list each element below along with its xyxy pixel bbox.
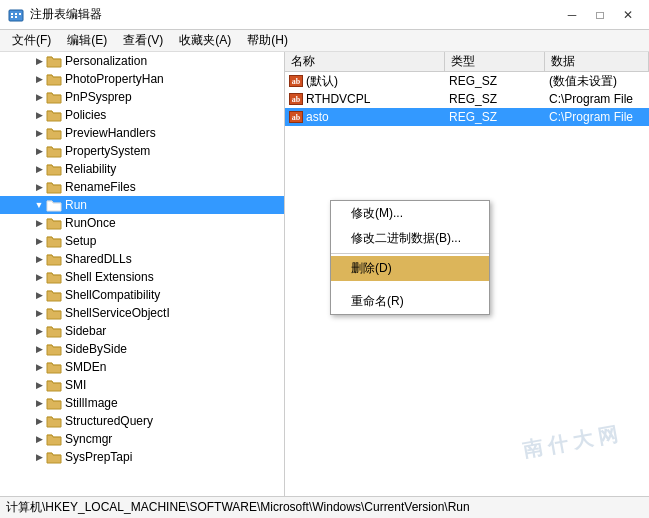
window-controls: ─ □ ✕ [559, 4, 641, 26]
tree-arrow-icon[interactable]: ▶ [32, 288, 46, 302]
tree-item-label: PropertySystem [65, 144, 150, 158]
svg-rect-2 [15, 13, 17, 15]
tree-item[interactable]: ▶ Shell Extensions [0, 268, 284, 286]
tree-arrow-icon[interactable]: ▶ [32, 162, 46, 176]
tree-arrow-icon[interactable]: ▶ [32, 126, 46, 140]
main-content: ▶ Personalization▶ PhotoPropertyHan▶ PnP… [0, 52, 649, 496]
minimize-button[interactable]: ─ [559, 4, 585, 26]
tree-item[interactable]: ▶ PropertySystem [0, 142, 284, 160]
tree-arrow-icon[interactable]: ▶ [32, 414, 46, 428]
title-bar: 注册表编辑器 ─ □ ✕ [0, 0, 649, 30]
tree-item-label: SMDEn [65, 360, 106, 374]
cell-type: REG_SZ [445, 92, 545, 106]
tree-panel: ▶ Personalization▶ PhotoPropertyHan▶ PnP… [0, 52, 285, 496]
context-menu-item[interactable]: 修改(M)... [331, 201, 489, 226]
tree-item-label: StillImage [65, 396, 118, 410]
tree-arrow-icon[interactable]: ▶ [32, 144, 46, 158]
tree-arrow-icon[interactable]: ▶ [32, 270, 46, 284]
svg-rect-1 [11, 13, 13, 15]
table-header: 名称 类型 数据 [285, 52, 649, 72]
tree-item[interactable]: ▶ SMDEn [0, 358, 284, 376]
tree-arrow-icon[interactable]: ▶ [32, 252, 46, 266]
context-menu-item[interactable] [331, 281, 489, 289]
tree-item-label: Syncmgr [65, 432, 112, 446]
tree-arrow-icon[interactable]: ▶ [32, 432, 46, 446]
tree-item-label: SMI [65, 378, 86, 392]
tree-item[interactable]: ▶ ShellServiceObjectI [0, 304, 284, 322]
svg-rect-4 [11, 16, 13, 18]
tree-item[interactable]: ▶ Syncmgr [0, 430, 284, 448]
tree-arrow-icon[interactable]: ▶ [32, 216, 46, 230]
close-button[interactable]: ✕ [615, 4, 641, 26]
tree-arrow-icon[interactable]: ▶ [32, 450, 46, 464]
tree-arrow-icon[interactable]: ▼ [32, 198, 46, 212]
tree-item-label: RenameFiles [65, 180, 136, 194]
tree-item[interactable]: ▶ Reliability [0, 160, 284, 178]
tree-arrow-icon[interactable]: ▶ [32, 342, 46, 356]
tree-arrow-icon[interactable]: ▶ [32, 54, 46, 68]
menu-item[interactable]: 查看(V) [115, 30, 171, 51]
reg-value-icon: ab [289, 93, 303, 105]
tree-item-label: StructuredQuery [65, 414, 153, 428]
cell-type: REG_SZ [445, 74, 545, 88]
menu-item[interactable]: 文件(F) [4, 30, 59, 51]
status-bar: 计算机\HKEY_LOCAL_MACHINE\SOFTWARE\Microsof… [0, 496, 649, 518]
tree-item[interactable]: ▶ PhotoPropertyHan [0, 70, 284, 88]
context-menu-item[interactable]: 修改二进制数据(B)... [331, 226, 489, 251]
menu-separator [331, 253, 489, 254]
tree-item[interactable]: ▼ Run [0, 196, 284, 214]
tree-item-label: Sidebar [65, 324, 106, 338]
col-type: 类型 [445, 52, 545, 71]
menu-item[interactable]: 编辑(E) [59, 30, 115, 51]
cell-name: ab(默认) [285, 73, 445, 90]
tree-arrow-icon[interactable]: ▶ [32, 306, 46, 320]
tree-item[interactable]: ▶ ShellCompatibility [0, 286, 284, 304]
context-menu-item[interactable]: 删除(D) [331, 256, 489, 281]
tree-scroll[interactable]: ▶ Personalization▶ PhotoPropertyHan▶ PnP… [0, 52, 284, 496]
tree-item-label: SharedDLLs [65, 252, 132, 266]
tree-item[interactable]: ▶ RenameFiles [0, 178, 284, 196]
tree-item[interactable]: ▶ Policies [0, 106, 284, 124]
table-row[interactable]: abRTHDVCPLREG_SZC:\Program File [285, 90, 649, 108]
tree-item[interactable]: ▶ SMI [0, 376, 284, 394]
tree-arrow-icon[interactable]: ▶ [32, 180, 46, 194]
tree-item[interactable]: ▶ Personalization [0, 52, 284, 70]
value-name: (默认) [306, 73, 338, 90]
tree-item-label: PhotoPropertyHan [65, 72, 164, 86]
table-row[interactable]: abastoREG_SZC:\Program File [285, 108, 649, 126]
value-name: asto [306, 110, 329, 124]
maximize-button[interactable]: □ [587, 4, 613, 26]
tree-item[interactable]: ▶ StructuredQuery [0, 412, 284, 430]
window-icon [8, 7, 24, 23]
table-row[interactable]: ab(默认)REG_SZ(数值未设置) [285, 72, 649, 90]
tree-arrow-icon[interactable]: ▶ [32, 360, 46, 374]
menu-item[interactable]: 收藏夹(A) [171, 30, 239, 51]
tree-arrow-icon[interactable]: ▶ [32, 324, 46, 338]
cell-data: C:\Program File [545, 110, 649, 124]
tree-item[interactable]: ▶ SharedDLLs [0, 250, 284, 268]
cell-type: REG_SZ [445, 110, 545, 124]
tree-arrow-icon[interactable]: ▶ [32, 90, 46, 104]
context-menu-item[interactable]: 重命名(R) [331, 289, 489, 314]
tree-item[interactable]: ▶ Sidebar [0, 322, 284, 340]
tree-arrow-icon[interactable]: ▶ [32, 378, 46, 392]
tree-item[interactable]: ▶ SysPrepTapi [0, 448, 284, 466]
tree-item-label: RunOnce [65, 216, 116, 230]
tree-arrow-icon[interactable]: ▶ [32, 234, 46, 248]
tree-item[interactable]: ▶ PnPSysprep [0, 88, 284, 106]
tree-item-label: Setup [65, 234, 96, 248]
col-name: 名称 [285, 52, 445, 71]
tree-item[interactable]: ▶ PreviewHandlers [0, 124, 284, 142]
tree-item[interactable]: ▶ RunOnce [0, 214, 284, 232]
tree-arrow-icon[interactable]: ▶ [32, 108, 46, 122]
tree-item[interactable]: ▶ SideBySide [0, 340, 284, 358]
menu-item[interactable]: 帮助(H) [239, 30, 296, 51]
context-menu: 修改(M)...修改二进制数据(B)...删除(D)重命名(R) [330, 200, 490, 315]
tree-arrow-icon[interactable]: ▶ [32, 72, 46, 86]
tree-item[interactable]: ▶ StillImage [0, 394, 284, 412]
tree-arrow-icon[interactable]: ▶ [32, 396, 46, 410]
tree-item-label: ShellServiceObjectI [65, 306, 170, 320]
tree-item-label: Run [65, 198, 87, 212]
tree-item[interactable]: ▶ Setup [0, 232, 284, 250]
tree-item-label: Shell Extensions [65, 270, 154, 284]
